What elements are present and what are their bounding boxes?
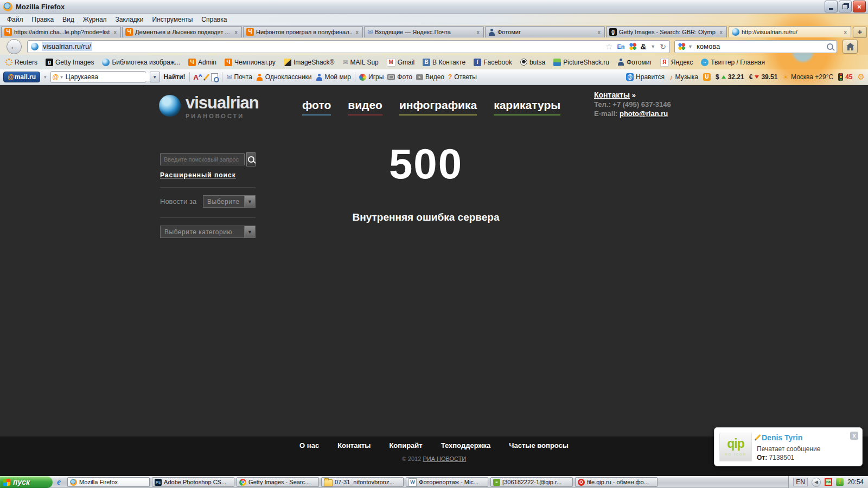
mailru-mail-link[interactable]: ✉Почта bbox=[226, 73, 252, 81]
bookmark-pictureshack[interactable]: PictureShack.ru bbox=[553, 59, 609, 66]
bookmark-star-icon[interactable]: ☆ bbox=[605, 42, 612, 52]
select-arrow-icon[interactable]: ▼ bbox=[244, 196, 255, 207]
page-search-icon[interactable] bbox=[211, 73, 218, 81]
advanced-search-link[interactable]: Расширенный поиск bbox=[160, 171, 236, 179]
mailru-answers-link[interactable]: ?Ответы bbox=[448, 73, 477, 81]
mailru-agent-icon[interactable]: U bbox=[703, 73, 711, 81]
menu-file[interactable]: Файл bbox=[3, 15, 27, 24]
back-button[interactable]: ← bbox=[7, 39, 22, 54]
weather-widget[interactable]: ☀Москва +29°C bbox=[782, 73, 833, 81]
internet-explorer-icon[interactable]: e bbox=[57, 477, 61, 487]
traffic-widget[interactable]: 45 bbox=[838, 73, 852, 81]
footer-copyright-link[interactable]: Копирайт bbox=[389, 441, 422, 450]
footer-about-link[interactable]: О нас bbox=[299, 441, 319, 450]
menu-tools[interactable]: Инструменты bbox=[149, 15, 197, 24]
bookmark-vkontakte[interactable]: BВ Контакте bbox=[423, 59, 465, 66]
mailru-video-link[interactable]: ▸Видео bbox=[416, 73, 444, 81]
visualrian-logo[interactable]: visualrian РИАНОВОСТИ bbox=[159, 95, 259, 119]
mailru-like-link[interactable]: @Нравится bbox=[626, 73, 665, 81]
web-search-box[interactable]: ▼ bbox=[674, 40, 837, 53]
bookmark-yandex[interactable]: ЯЯндекс bbox=[660, 58, 693, 67]
nav-caricatures-link[interactable]: карикатуры bbox=[494, 99, 560, 115]
tab-dementev[interactable]: Ч Дементьев и Лысенко подводят ... x bbox=[122, 26, 242, 37]
nav-infographics-link[interactable]: инфографика bbox=[399, 99, 477, 115]
eur-rate[interactable]: €39.51 bbox=[749, 73, 778, 81]
tray-chevron-icon[interactable]: ◀ bbox=[812, 478, 821, 487]
url-text[interactable]: visualrian.ru/ru/ bbox=[42, 42, 92, 51]
ria-novosti-link[interactable]: РИА НОВОСТИ bbox=[423, 455, 466, 462]
tab-close-icon[interactable]: x bbox=[843, 29, 848, 35]
bookmark-butsa[interactable]: butsa bbox=[520, 59, 545, 66]
task-photoshop[interactable]: PsAdobe Photoshop CS... bbox=[152, 477, 234, 487]
bookmark-getty[interactable]: gGetty Images bbox=[46, 59, 94, 66]
close-button[interactable]: × bbox=[853, 1, 866, 12]
bookmark-fotomig[interactable]: Фотомиг bbox=[617, 59, 652, 66]
tab-getty[interactable]: g Getty Images - Search: GBR: Olymp... x bbox=[606, 26, 727, 37]
task-chrome-getty[interactable]: Getty Images - Searc... bbox=[237, 477, 319, 487]
mailru-music-link[interactable]: ♪Музыка bbox=[669, 73, 698, 81]
site-search-button[interactable] bbox=[246, 152, 256, 166]
reload-icon[interactable]: ↻ bbox=[660, 42, 666, 51]
start-button[interactable]: пуск bbox=[0, 476, 53, 488]
contacts-link[interactable]: Контакты bbox=[594, 91, 630, 99]
bookmark-gmail[interactable]: MGmail bbox=[387, 58, 414, 67]
restore-button[interactable] bbox=[839, 1, 852, 12]
tab-close-icon[interactable]: x bbox=[112, 29, 118, 35]
mailru-search-field[interactable]: @ ▾ bbox=[50, 71, 146, 83]
contacts-email-link[interactable]: photo@rian.ru bbox=[620, 110, 668, 118]
task-qip-chat[interactable]: ≡[306182222-1@qip.r... bbox=[490, 477, 573, 487]
home-button[interactable] bbox=[843, 40, 858, 54]
search-magnifier-icon[interactable] bbox=[827, 43, 833, 50]
menu-help[interactable]: Справка bbox=[197, 15, 231, 24]
ampersand-addon-icon[interactable]: & bbox=[641, 42, 647, 51]
tab-close-icon[interactable]: x bbox=[354, 29, 360, 35]
footer-contacts-link[interactable]: Контакты bbox=[337, 441, 371, 450]
task-qip-file[interactable]: Ofile.qip.ru - обмен фо... bbox=[575, 477, 658, 487]
tab-close-icon[interactable]: x bbox=[718, 29, 724, 35]
mailru-moymir-link[interactable]: Мой мир bbox=[316, 73, 351, 81]
nav-video-link[interactable]: видео bbox=[348, 99, 382, 115]
font-size-icon[interactable]: AA bbox=[194, 73, 202, 81]
mailru-logo[interactable]: @mail.ru bbox=[3, 72, 40, 82]
search-engine-caret-icon[interactable]: ▼ bbox=[688, 44, 693, 49]
google-services-icon[interactable] bbox=[629, 43, 636, 50]
category-select[interactable]: Выберите категорию ▼ bbox=[160, 226, 256, 238]
tab-close-icon[interactable]: x bbox=[233, 29, 239, 35]
qip-close-button[interactable]: x bbox=[850, 432, 858, 440]
site-search-input[interactable] bbox=[160, 153, 245, 165]
menu-history[interactable]: Журнал bbox=[79, 15, 111, 24]
tab-admin[interactable]: Ч https://admin.cha...le.php?mode=list x bbox=[1, 26, 121, 37]
mailru-find-button[interactable]: Найти! bbox=[164, 73, 186, 81]
pencil-icon[interactable] bbox=[203, 73, 210, 80]
task-word[interactable]: WФоторепортаж - Mic... bbox=[406, 477, 488, 487]
bookmark-facebook[interactable]: fFacebook bbox=[474, 59, 512, 66]
nav-photo-link[interactable]: фото bbox=[302, 99, 331, 115]
mailru-photo-link[interactable]: Фото bbox=[387, 73, 412, 81]
task-folder[interactable]: 07-31_nifontovbronz... bbox=[321, 477, 404, 487]
bookmark-twitter[interactable]: ~Твиттер / Главная bbox=[701, 59, 765, 66]
qip-contact-name[interactable]: Denis Tyrin bbox=[762, 433, 802, 442]
gear-icon[interactable]: ⚙ bbox=[858, 72, 865, 82]
bookmark-imageshack[interactable]: ImageShack® bbox=[284, 59, 335, 66]
task-firefox[interactable]: Mozilla Firefox bbox=[67, 477, 150, 487]
mailru-games-link[interactable]: Игры bbox=[359, 73, 384, 81]
web-search-input[interactable] bbox=[695, 42, 824, 51]
language-indicator[interactable]: EN bbox=[793, 478, 808, 486]
menu-view[interactable]: Вид bbox=[59, 15, 78, 24]
bookmark-admin[interactable]: ЧAdmin bbox=[188, 59, 216, 66]
antivirus-tray-icon[interactable]: ! bbox=[836, 478, 844, 486]
usd-rate[interactable]: $32.21 bbox=[716, 73, 744, 81]
mailru-search-input[interactable] bbox=[65, 73, 151, 81]
mailru-odnoklassniki-link[interactable]: Одноклассники bbox=[256, 73, 312, 81]
bookmark-mailsup[interactable]: ✉MAIL Sup bbox=[342, 59, 378, 66]
tab-close-icon[interactable]: x bbox=[475, 29, 481, 35]
menu-edit[interactable]: Правка bbox=[28, 15, 58, 24]
qip-notification-popup[interactable]: qip no icon Denis Tyrin Печатает сообщен… bbox=[714, 427, 863, 466]
menu-bookmarks[interactable]: Закладки bbox=[112, 15, 148, 24]
tab-nifontov[interactable]: Ч Нифонтов проиграл в полуфинал... x bbox=[243, 26, 363, 37]
qip-tray-icon[interactable]: na bbox=[825, 478, 832, 486]
dropdown-caret-icon[interactable]: ▼ bbox=[650, 44, 655, 49]
new-tab-button[interactable]: + bbox=[853, 27, 867, 38]
search-engine-google-icon[interactable] bbox=[678, 43, 685, 50]
mailru-search-dropdown-button[interactable]: ▼ bbox=[150, 72, 160, 82]
